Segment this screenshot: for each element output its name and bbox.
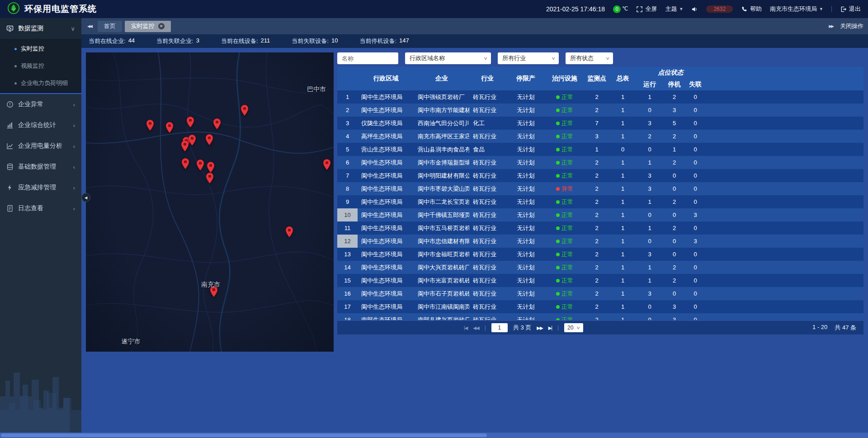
cell-limit: 无计划 bbox=[505, 130, 546, 143]
map-pin-icon[interactable] bbox=[207, 161, 215, 173]
table-row[interactable]: 3仪陇生态环境局西南油气田分公司川中化工无计划正常71350 bbox=[337, 117, 863, 130]
map-pin-icon[interactable] bbox=[205, 134, 213, 146]
cell-offline: 3 bbox=[684, 208, 706, 221]
speaker-icon[interactable] bbox=[691, 6, 698, 13]
cell-points: 2 bbox=[583, 300, 610, 313]
cell-facility: 正常 bbox=[546, 169, 583, 182]
table-row[interactable]: 9阆中生态环境局阆中市二龙长宝页岩砖砖瓦行业无计划正常21120 bbox=[337, 195, 863, 208]
cell-stop: 2 bbox=[664, 195, 684, 208]
city-label: 遂宁市 bbox=[122, 338, 141, 346]
industry-filter-select[interactable]: 所有行业 ∨ bbox=[498, 52, 559, 64]
cell-offline: 0 bbox=[684, 143, 706, 156]
fullscreen-button[interactable]: 全屏 bbox=[636, 5, 657, 13]
map-pin-icon[interactable] bbox=[196, 159, 205, 171]
sidebar-group-log-view[interactable]: 日志查看‹ bbox=[0, 198, 81, 219]
map-pin-icon[interactable] bbox=[146, 119, 154, 131]
table-row[interactable]: 14阆中生态环境局阆中大兴页岩机砖厂砖瓦行业无计划正常21120 bbox=[337, 261, 863, 274]
table-row[interactable]: 8阆中生态环境局阆中市枣碧大梁山页岩砖瓦行业无计划异常21300 bbox=[337, 182, 863, 195]
last-page-button[interactable]: ▶| bbox=[548, 325, 552, 330]
map-pin-icon[interactable] bbox=[206, 172, 214, 184]
sidebar-group-data-monitor[interactable]: 数据监测∨ bbox=[0, 18, 81, 39]
cell-offline: 0 bbox=[684, 130, 706, 143]
app-title: 环保用电监管系统 bbox=[24, 3, 97, 15]
table-row[interactable]: 10阆中生态环境局阆中千佛镇五郎垭页岩砖瓦行业无计划正常21003 bbox=[337, 208, 863, 221]
map-pin-icon[interactable] bbox=[323, 159, 331, 170]
org-label: 南充市生态环境局 bbox=[770, 5, 817, 13]
table-row[interactable]: 16阆中生态环境局阆中市石子页岩机砖厂砖瓦行业无计划正常21300 bbox=[337, 287, 863, 300]
table-row[interactable]: 1阆中生态环境局阆中强锐页岩砖厂砖瓦行业无计划正常21120 bbox=[337, 90, 863, 104]
table-row[interactable]: 4高坪生态环境局南充市高坪区王家店建砖瓦行业无计划正常31220 bbox=[337, 130, 863, 143]
cell-region: 阆中生态环境局 bbox=[358, 169, 414, 182]
bullet-icon bbox=[14, 65, 17, 67]
page-number-input[interactable] bbox=[491, 323, 508, 332]
sidebar-group-power-analysis[interactable]: 企业用电量分析‹ bbox=[0, 136, 81, 156]
sidebar-group-company-statistics[interactable]: 企业综合统计‹ bbox=[0, 115, 81, 136]
cell-points: 3 bbox=[583, 130, 610, 143]
cell-region: 阆中生态环境局 bbox=[358, 208, 414, 221]
region-filter-select[interactable]: 行政区域名称 ∨ bbox=[405, 52, 491, 64]
name-filter-input[interactable] bbox=[337, 52, 398, 64]
table-row[interactable]: 6阆中生态环境局阆中市金博瑞新型墙材砖瓦行业无计划正常21120 bbox=[337, 156, 863, 169]
sidebar-item-power-load-detail[interactable]: 企业电力负荷明细 bbox=[0, 75, 81, 92]
table-row[interactable]: 5营山生态环境局营山县润丰肉食品有限食品无计划正常10010 bbox=[337, 143, 863, 156]
cell-offline: 0 bbox=[684, 274, 706, 287]
map-pin-icon[interactable] bbox=[212, 118, 221, 130]
map-pin-icon[interactable] bbox=[241, 104, 249, 116]
table-row[interactable]: 17阆中生态环境局阆中市江南镇阆南页岩砖瓦行业无计划正常21030 bbox=[337, 300, 863, 313]
map-pin-icon[interactable] bbox=[285, 226, 293, 238]
prev-page-button[interactable]: ◀◀ bbox=[473, 325, 479, 330]
map-pin-icon[interactable] bbox=[186, 116, 195, 128]
map-pin-icon[interactable] bbox=[181, 158, 189, 170]
tab-realtime-monitor[interactable]: 实时监控✕ bbox=[125, 21, 171, 32]
sidebar-group-company-abnormal[interactable]: 企业异常‹ bbox=[0, 94, 81, 115]
help-button[interactable]: 帮助 bbox=[741, 5, 762, 13]
table-row[interactable]: 18南部生态环境局南部县建兴页岩砖厂砖瓦行业无计划正常21030 bbox=[337, 313, 863, 320]
sidebar-group-base-data[interactable]: 基础数据管理‹ bbox=[0, 156, 81, 177]
alarm-count-badge[interactable]: 2632 bbox=[706, 5, 733, 13]
cell-index: 12 bbox=[337, 235, 358, 248]
collapse-map-button[interactable]: ◀ bbox=[81, 193, 90, 202]
cell-industry: 砖瓦行业 bbox=[469, 261, 505, 274]
tabs-scroll-right-button[interactable]: ▶▶ bbox=[827, 24, 835, 28]
table-row[interactable]: 11阆中生态环境局阆中市五马桥页岩机砖砖瓦行业无计划正常21120 bbox=[337, 221, 863, 235]
theme-label: 主题 bbox=[665, 5, 677, 13]
sidebar-item-video-monitor[interactable]: 视频监控 bbox=[0, 57, 81, 75]
sidebar-item-realtime-monitor[interactable]: 实时监控 bbox=[0, 40, 81, 57]
table-row[interactable]: 13阆中生态环境局阆中市金福旺页岩机砖砖瓦行业无计划正常21300 bbox=[337, 248, 863, 261]
sidebar-group-label: 数据监测 bbox=[18, 24, 66, 33]
horizontal-scrollbar[interactable] bbox=[0, 433, 868, 438]
tabs-scroll-left-button[interactable]: ◀◀ bbox=[86, 24, 93, 28]
stat-offline-devices: 当前失联设备:10 bbox=[292, 37, 338, 45]
page-size-select[interactable]: 20 ∨ bbox=[564, 323, 583, 332]
tab-home[interactable]: 首页 bbox=[98, 21, 122, 32]
cell-industry: 砖瓦行业 bbox=[469, 274, 505, 287]
table-row[interactable]: 7阆中生态环境局阆中明阳建材有限公司砖瓦行业无计划正常21300 bbox=[337, 169, 863, 182]
table-row[interactable]: 15阆中生态环境局阆中市光富页岩机砖厂砖瓦行业无计划正常21120 bbox=[337, 274, 863, 287]
map-pin-icon[interactable] bbox=[165, 122, 174, 133]
first-page-button[interactable]: |◀ bbox=[464, 325, 467, 330]
map-pin-icon[interactable] bbox=[181, 140, 189, 152]
cell-meters: 1 bbox=[610, 221, 635, 235]
logout-button[interactable]: 退出 bbox=[840, 5, 861, 13]
map[interactable]: 巴中市南充市遂宁市 ◀ bbox=[86, 52, 334, 352]
theme-menu[interactable]: 主题 ▼ bbox=[665, 5, 683, 13]
sidebar: 数据监测∨实时监控视频监控企业电力负荷明细企业异常‹企业综合统计‹企业用电量分析… bbox=[0, 18, 81, 433]
org-menu[interactable]: 南充市生态环境局 ▼ bbox=[770, 5, 823, 13]
close-operations-button[interactable]: 关闭操作 bbox=[840, 22, 863, 30]
cell-facility: 正常 bbox=[546, 90, 583, 104]
header-industry: 行业 bbox=[469, 67, 505, 90]
cell-offline: 0 bbox=[684, 104, 706, 117]
status-filter-select[interactable]: 所有状态 ∨ bbox=[566, 52, 613, 64]
cell-company: 阆中大兴页岩机砖厂 bbox=[414, 261, 469, 274]
cell-company: 南充市高坪区王家店建 bbox=[414, 130, 469, 143]
next-page-button[interactable]: ▶▶ bbox=[537, 325, 542, 330]
cell-stop: 5 bbox=[664, 117, 684, 130]
cell-meters: 1 bbox=[610, 156, 635, 169]
facility-status-label: 正常 bbox=[561, 133, 573, 140]
sidebar-group-emergency-reduction[interactable]: 应急减排管理‹ bbox=[0, 177, 81, 198]
table-row[interactable]: 12阆中生态环境局阆中市忠信建材有限公砖瓦行业无计划正常21003 bbox=[337, 235, 863, 248]
scrollbar-thumb[interactable] bbox=[1, 433, 487, 437]
cell-points: 2 bbox=[583, 235, 610, 248]
close-tab-icon[interactable]: ✕ bbox=[158, 23, 165, 29]
table-row[interactable]: 2阆中生态环境局阆中市南方节能建材有砖瓦行业无计划正常21030 bbox=[337, 104, 863, 117]
